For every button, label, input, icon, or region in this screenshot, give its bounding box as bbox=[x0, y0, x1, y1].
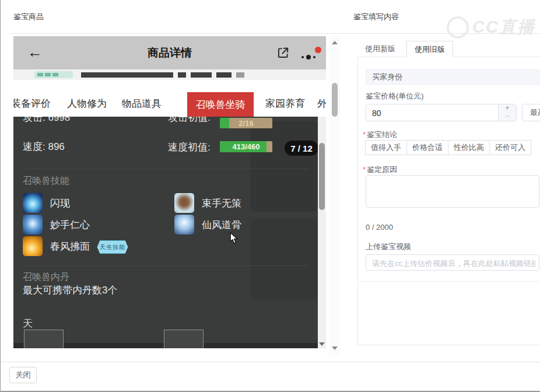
notification-red-dot bbox=[315, 47, 321, 53]
stat-attack: 攻击: 6998 bbox=[23, 117, 70, 124]
price-input[interactable] bbox=[366, 104, 502, 122]
background-panel bbox=[250, 219, 318, 300]
right-panel-title: 鉴宝填写内容 bbox=[353, 12, 399, 22]
skill-name: 春风拂面 bbox=[50, 240, 90, 253]
neidan-section-title: 召唤兽内丹 bbox=[23, 271, 69, 284]
webview-scrollbar[interactable] bbox=[318, 117, 326, 348]
skill-healing-hands: 妙手仁心 bbox=[23, 215, 90, 235]
char-counter: 0 / 2000 bbox=[366, 223, 393, 232]
neidan-partial-text: 天 bbox=[23, 317, 33, 330]
skill-name: 闪现 bbox=[50, 197, 70, 210]
skill-spring-breeze-icon bbox=[23, 236, 43, 256]
buyer-identity-header[interactable]: 买家身份 bbox=[366, 69, 540, 85]
scroll-down-icon[interactable] bbox=[319, 342, 325, 346]
card-divider bbox=[358, 281, 540, 282]
skill-spring-breeze: 春风拂面 bbox=[23, 236, 90, 256]
close-button[interactable]: 关闭 bbox=[9, 367, 37, 383]
skill-immortal-air-icon bbox=[174, 215, 194, 235]
skill-helpless: 束手无策 bbox=[174, 193, 241, 213]
skill-name: 妙手仁心 bbox=[50, 218, 90, 232]
product-detail-webview: ← 商品详情 装备评价 人物修为 物品道具 召唤兽坐骑 bbox=[13, 36, 326, 348]
skill-healing-hands-icon bbox=[23, 215, 43, 235]
version-tabs: 使用新版 使用旧版 bbox=[357, 41, 457, 57]
price-label: 鉴宝价格(单位元) bbox=[366, 91, 424, 102]
neidan-capacity-text: 最大可携带内丹数3个 bbox=[23, 284, 117, 297]
game-screenshot-region: 攻击: 6998 攻击初值: 2/16 速度: 896 速度初值: 413/46… bbox=[13, 117, 318, 348]
tab-home-nurture[interactable]: 家园养育 bbox=[265, 97, 305, 110]
option-fair-price[interactable]: 价格合适 bbox=[406, 140, 448, 155]
scroll-down-icon[interactable] bbox=[332, 346, 338, 350]
skill-flash-icon bbox=[23, 193, 43, 213]
cc-logo-icon bbox=[447, 16, 469, 38]
section-divider bbox=[23, 265, 308, 266]
product-tag bbox=[34, 71, 73, 78]
tab-equipment-review[interactable]: 装备评价 bbox=[13, 97, 51, 110]
left-panel-title: 鉴宝商品 bbox=[13, 12, 44, 22]
tab-summon-mount-active[interactable]: 召唤兽坐骑 bbox=[187, 92, 254, 117]
clipped-button[interactable] bbox=[24, 330, 64, 348]
more-dots-icon[interactable] bbox=[301, 55, 315, 60]
option-bargain-buy[interactable]: 还价可入 bbox=[489, 140, 531, 155]
clipped-title-text bbox=[216, 72, 232, 78]
reason-textarea[interactable] bbox=[366, 175, 539, 208]
tab-character-cultivation[interactable]: 人物修为 bbox=[67, 97, 107, 110]
video-input-wrap bbox=[366, 254, 539, 271]
pet-portrait-panel bbox=[250, 121, 318, 212]
footer-divider bbox=[1, 362, 540, 362]
conclusion-label-text: 鉴宝结论 bbox=[367, 130, 397, 139]
tab-items-props[interactable]: 物品道具 bbox=[122, 97, 162, 110]
left-panel-scrollbar[interactable] bbox=[329, 36, 340, 355]
attack-init-bar: 2/16 bbox=[220, 118, 272, 128]
cc-live-watermark: CC直播 bbox=[447, 16, 535, 39]
share-external-icon[interactable] bbox=[276, 46, 290, 62]
conclusion-label: *鉴宝结论 bbox=[363, 130, 397, 140]
clipped-title-text bbox=[178, 72, 186, 78]
option-good-value[interactable]: 性价比高 bbox=[448, 140, 490, 155]
reason-label-text: 鉴定原因 bbox=[367, 165, 397, 174]
watermark-text: CC直播 bbox=[472, 16, 535, 39]
spinner-minus-button[interactable]: − bbox=[499, 113, 516, 121]
stat-speed: 速度: 896 bbox=[23, 140, 65, 153]
skill-name: 束手无策 bbox=[202, 197, 241, 210]
clipped-title-text bbox=[191, 72, 212, 78]
webview-scrollbar-thumb[interactable] bbox=[319, 143, 325, 210]
skill-name: 仙风道骨 bbox=[202, 218, 241, 232]
speed-init-bar: 413/460 bbox=[220, 141, 272, 152]
price-spinner: + − bbox=[498, 104, 516, 121]
skill-immortal-air: 仙风道骨 bbox=[174, 215, 241, 235]
attack-init-bar-value: 2/16 bbox=[220, 119, 272, 128]
video-label: 上传鉴宝视频 bbox=[366, 242, 411, 252]
option-worth-buying[interactable]: 值得入手 bbox=[365, 140, 407, 155]
clipped-button[interactable] bbox=[164, 330, 204, 348]
required-mark: * bbox=[363, 130, 366, 139]
innate-skill-badge: 天生技能 bbox=[95, 240, 130, 254]
section-divider bbox=[23, 169, 308, 169]
reason-label: *鉴定原因 bbox=[363, 164, 397, 175]
tab-use-old-version[interactable]: 使用旧版 bbox=[406, 41, 453, 57]
left-panel-scrollbar-thumb[interactable] bbox=[332, 83, 338, 117]
page-indicator-badge: 7 / 12 bbox=[285, 141, 318, 156]
mouse-cursor bbox=[230, 232, 238, 244]
conclusion-option-group: 值得入手 价格合适 性价比高 还价可入 bbox=[366, 140, 531, 155]
skill-flash: 闪现 bbox=[23, 193, 70, 213]
video-link-input[interactable] bbox=[366, 255, 537, 271]
appraisal-form-card: 买家身份 鉴宝价格(单位元) + − 最高 *鉴宝结论 值得入手 价格合适 性价… bbox=[357, 57, 540, 345]
required-mark: * bbox=[363, 165, 366, 174]
skills-section-title: 召唤兽技能 bbox=[23, 175, 69, 187]
clipped-title-text bbox=[236, 72, 244, 78]
product-title-row-clipped bbox=[13, 69, 326, 80]
tab-use-new-version[interactable]: 使用新版 bbox=[357, 41, 403, 57]
appraisal-window: 鉴宝商品 鉴宝填写内容 CC直播 ← 商品详情 bbox=[0, 0, 540, 392]
header-divider bbox=[9, 33, 540, 34]
webview-header: ← 商品详情 bbox=[13, 36, 326, 69]
scroll-up-icon[interactable] bbox=[332, 41, 338, 44]
skill-helpless-icon bbox=[174, 193, 194, 213]
max-price-button[interactable]: 最高 bbox=[522, 104, 540, 121]
speed-init-bar-value: 413/460 bbox=[220, 142, 272, 151]
price-input-wrap: + − bbox=[366, 104, 517, 121]
clipped-title-text bbox=[81, 72, 173, 78]
tab-appearance[interactable]: 外观 bbox=[317, 97, 326, 110]
stat-attack-init-label: 攻击初值: bbox=[168, 117, 211, 124]
stat-speed-init-label: 速度初值: bbox=[168, 141, 211, 154]
